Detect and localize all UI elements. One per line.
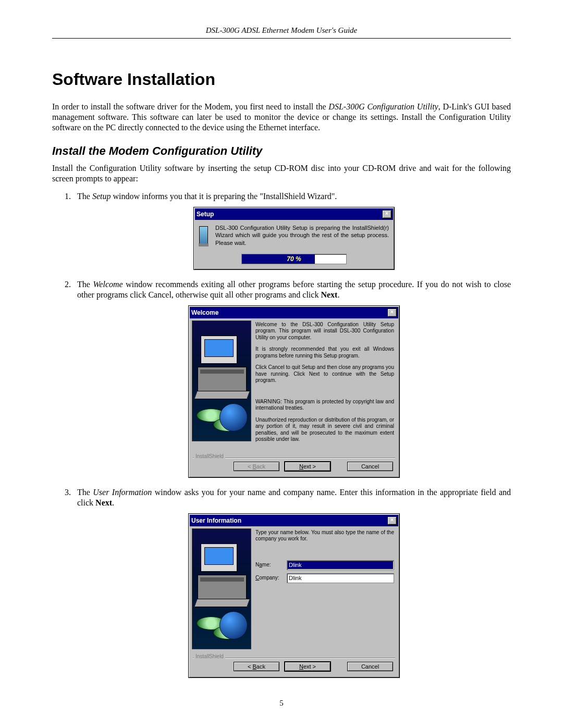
welcome-dialog: Welcome × Welcome to th	[188, 305, 400, 478]
group-label: InstallShield	[194, 453, 225, 459]
welcome-dialog-figure: Welcome × Welcome to th	[77, 305, 511, 478]
setup-dialog: Setup × DSL-300 Configuration Utility Se…	[193, 207, 395, 270]
next-button[interactable]: Next >	[285, 462, 331, 471]
company-label: Company:	[255, 575, 284, 582]
intro-paragraph: In order to install the software driver …	[52, 102, 511, 133]
running-header: DSL-300G ADSL Ethernet Modem User's Guid…	[52, 26, 511, 39]
setup-dialog-figure: Setup × DSL-300 Configuration Utility Se…	[77, 207, 511, 270]
gap	[336, 662, 342, 671]
keyboard-icon	[194, 391, 250, 399]
text-italic: Setup	[92, 192, 111, 201]
dialog-text: Type your name below. You must also type…	[254, 528, 396, 649]
titlebar: User Information ×	[190, 515, 398, 526]
progress-bar: 70 %	[241, 254, 347, 264]
section-heading: Install the Modem Configuration Utility	[52, 144, 511, 158]
text: The	[77, 192, 92, 201]
close-icon[interactable]: ×	[387, 516, 397, 525]
dialog-body: DSL-300 Configuration Utility Setup is p…	[195, 220, 393, 268]
text: .	[112, 498, 114, 507]
steps-list: The Setup window informs you that it is …	[52, 191, 511, 678]
group-label: InstallShield	[194, 653, 225, 659]
text: Click Cancel to quit Setup and then clos…	[255, 364, 394, 384]
userinfo-dialog: User Information × Type	[188, 513, 400, 678]
text: .	[337, 290, 339, 299]
globe-icon	[219, 611, 248, 639]
text: In order to install the software driver …	[52, 102, 328, 111]
step-text: The User Information window asks you for…	[77, 487, 511, 508]
page-number: 5	[52, 699, 511, 708]
page-title: Software Installation	[52, 70, 511, 89]
progress-label: 70 %	[242, 254, 346, 264]
userinfo-dialog-figure: User Information × Type	[77, 513, 511, 678]
titlebar: Welcome ×	[190, 307, 398, 318]
step-text: The Welcome window recommends exiting al…	[77, 279, 511, 300]
text-bold: Next	[321, 290, 337, 299]
titlebar-text: Welcome	[191, 309, 387, 316]
dialog-text: Welcome to the DSL-300 Configuration Uti…	[254, 320, 396, 449]
text-italic: User Information	[93, 488, 152, 497]
button-row: < Back Next > Cancel	[190, 659, 398, 676]
monitor-icon	[201, 336, 237, 364]
text: window recommends exiting all other prog…	[77, 280, 511, 299]
text-bold: Next	[95, 498, 112, 507]
step-1: The Setup window informs you that it is …	[73, 191, 511, 270]
cancel-button[interactable]: Cancel	[347, 462, 393, 471]
setup-graphic	[192, 528, 251, 649]
titlebar-text: User Information	[191, 517, 387, 524]
text-italic: Welcome	[93, 280, 123, 289]
step-text: The Setup window informs you that it is …	[77, 191, 511, 202]
text: The	[77, 280, 93, 289]
gap	[336, 462, 342, 471]
name-label: Name:	[255, 562, 284, 569]
tower-icon	[198, 367, 247, 392]
page: DSL-300G ADSL Ethernet Modem User's Guid…	[0, 0, 563, 728]
back-button: < Back	[234, 462, 279, 471]
text: It is strongly recommended that you exit…	[255, 346, 394, 359]
text: Type your name below. You must also type…	[255, 529, 394, 542]
keyboard-icon	[194, 599, 250, 607]
tower-icon	[198, 575, 247, 600]
row: DSL-300 Configuration Utility Setup is p…	[199, 224, 389, 246]
close-icon[interactable]: ×	[387, 309, 397, 317]
globe-icon	[219, 403, 248, 431]
dialog-body: Welcome to the DSL-300 Configuration Uti…	[190, 318, 398, 451]
setup-message: DSL-300 Configuration Utility Setup is p…	[215, 224, 389, 246]
back-button[interactable]: < Back	[234, 662, 279, 671]
text: The	[77, 488, 93, 497]
group-line: InstallShield	[193, 453, 395, 459]
name-field[interactable]: Dlink	[287, 560, 394, 570]
button-row: < Back Next > Cancel	[190, 459, 398, 476]
company-row: Company: Dlink	[255, 573, 394, 583]
cancel-button[interactable]: Cancel	[347, 662, 393, 671]
step-3: The User Information window asks you for…	[73, 487, 511, 678]
next-button[interactable]: Next >	[285, 662, 331, 671]
titlebar-text: Setup	[197, 211, 382, 218]
dialog-body: Type your name below. You must also type…	[190, 526, 398, 651]
company-field[interactable]: Dlink	[287, 573, 394, 583]
text: window informs you that it is preparing …	[111, 192, 337, 201]
setup-graphic	[192, 320, 251, 441]
group-line: InstallShield	[193, 653, 395, 659]
computer-icon	[199, 226, 208, 244]
name-row: Name: Dlink	[255, 560, 394, 570]
text-italic: DSL-300G Configuration Utility	[328, 102, 438, 111]
text: WARNING: This program is protected by co…	[255, 399, 394, 412]
monitor-icon	[201, 544, 237, 572]
close-icon[interactable]: ×	[382, 210, 391, 218]
titlebar: Setup ×	[195, 208, 393, 220]
step-2: The Welcome window recommends exiting al…	[73, 279, 511, 478]
text: Welcome to the DSL-300 Configuration Uti…	[255, 322, 394, 341]
section-intro: Install the Configuration Utility softwa…	[52, 163, 511, 184]
text: Unauthorized reproduction or distributio…	[255, 417, 394, 443]
